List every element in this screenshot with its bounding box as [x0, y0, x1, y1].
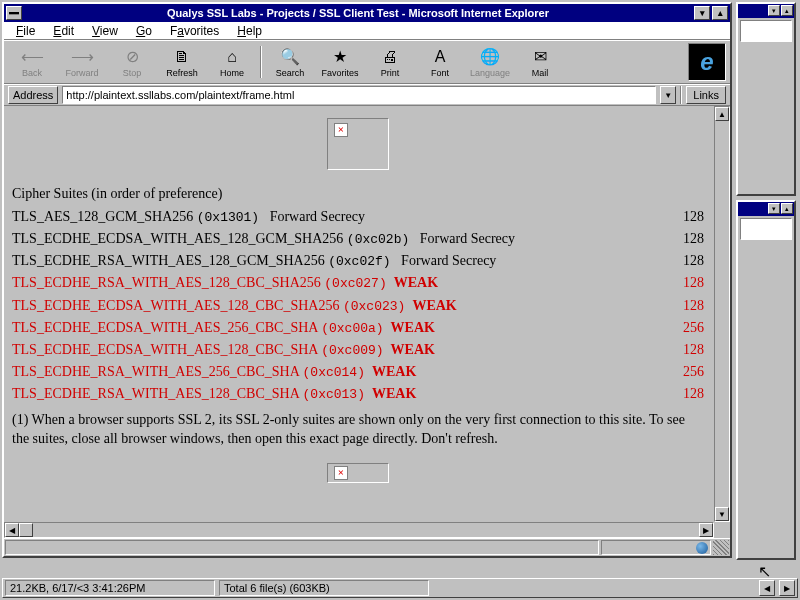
- cipher-row: TLS_ECDHE_ECDSA_WITH_AES_128_GCM_SHA256 …: [12, 228, 704, 250]
- links-button[interactable]: Links: [686, 86, 726, 104]
- mail-button[interactable]: ✉Mail: [516, 43, 564, 81]
- maximize-button[interactable]: ▴: [781, 203, 793, 214]
- address-dropdown[interactable]: ▼: [660, 86, 676, 104]
- menu-favorites[interactable]: Favorites: [162, 23, 227, 39]
- cipher-bits: 128: [683, 272, 704, 294]
- cipher-row: TLS_ECDHE_RSA_WITH_AES_128_GCM_SHA256 (0…: [12, 250, 704, 272]
- stop-icon: ⊘: [122, 47, 142, 67]
- menu-go[interactable]: Go: [128, 23, 160, 39]
- menu-file[interactable]: File: [8, 23, 43, 39]
- page-content: Cipher Suites (in order of preference) T…: [4, 106, 714, 522]
- cipher-bits: 128: [683, 206, 704, 228]
- cipher-row: TLS_AES_128_GCM_SHA256 (0x1301) Forward …: [12, 206, 704, 228]
- menu-help[interactable]: Help: [229, 23, 270, 39]
- scroll-down-icon[interactable]: ▼: [715, 507, 729, 521]
- address-input[interactable]: [62, 86, 656, 104]
- scroll-right-icon[interactable]: ▶: [699, 523, 713, 537]
- forward-button[interactable]: ⟶Forward: [58, 43, 106, 81]
- titlebar: Qualys SSL Labs - Projects / SSL Client …: [4, 4, 730, 22]
- cipher-bits: 128: [683, 339, 704, 361]
- taskbar-status-right: Total 6 file(s) (603KB): [219, 580, 429, 596]
- cipher-name: TLS_ECDHE_RSA_WITH_AES_128_GCM_SHA256 (0…: [12, 250, 496, 272]
- resize-grip[interactable]: [713, 540, 729, 555]
- menubar: File Edit View Go Favorites Help: [4, 22, 730, 40]
- print-icon: 🖨: [380, 47, 400, 67]
- footnote-text: (1) When a browser supports SSL 2, its S…: [12, 411, 704, 449]
- maximize-button[interactable]: ▴: [781, 5, 793, 16]
- globe-icon: 🌐: [480, 47, 500, 67]
- cipher-name: TLS_ECDHE_ECDSA_WITH_AES_256_CBC_SHA (0x…: [12, 317, 435, 339]
- status-globe-panel: [601, 540, 711, 555]
- cipher-name: TLS_AES_128_GCM_SHA256 (0x1301) Forward …: [12, 206, 365, 228]
- home-icon: ⌂: [222, 47, 242, 67]
- cipher-bits: 256: [683, 361, 704, 383]
- browser-window: Qualys SSL Labs - Projects / SSL Client …: [2, 2, 732, 558]
- cipher-name: TLS_ECDHE_RSA_WITH_AES_128_CBC_SHA (0xc0…: [12, 383, 416, 405]
- statusbar: [4, 538, 730, 556]
- horizontal-scrollbar[interactable]: ◀ ▶: [4, 522, 714, 538]
- ie-logo-icon: e: [688, 43, 726, 81]
- taskbar-left-icon[interactable]: ◀: [759, 580, 775, 596]
- cipher-row: TLS_ECDHE_RSA_WITH_AES_128_CBC_SHA (0xc0…: [12, 383, 704, 405]
- refresh-button[interactable]: 🗎Refresh: [158, 43, 206, 81]
- back-icon: ⟵: [22, 47, 42, 67]
- cipher-bits: 128: [683, 250, 704, 272]
- favorites-icon: ★: [330, 47, 350, 67]
- toolbar: ⟵Back ⟶Forward ⊘Stop 🗎Refresh ⌂Home 🔍Sea…: [4, 40, 730, 84]
- stop-button[interactable]: ⊘Stop: [108, 43, 156, 81]
- minimize-button[interactable]: ▾: [768, 203, 780, 214]
- addressbar: Address ▼ Links: [4, 84, 730, 106]
- cipher-name: TLS_ECDHE_ECDSA_WITH_AES_128_CBC_SHA (0x…: [12, 339, 435, 361]
- cipher-bits: 128: [683, 228, 704, 250]
- globe-icon: [696, 542, 708, 554]
- cipher-name: TLS_ECDHE_ECDSA_WITH_AES_128_CBC_SHA256 …: [12, 295, 457, 317]
- menu-view[interactable]: View: [84, 23, 126, 39]
- cipher-row: TLS_ECDHE_RSA_WITH_AES_128_CBC_SHA256 (0…: [12, 272, 704, 294]
- cipher-heading: Cipher Suites (in order of preference): [12, 186, 704, 202]
- address-label: Address: [8, 86, 58, 104]
- back-button[interactable]: ⟵Back: [8, 43, 56, 81]
- cipher-row: TLS_ECDHE_ECDSA_WITH_AES_128_CBC_SHA256 …: [12, 295, 704, 317]
- maximize-button[interactable]: ▴: [712, 6, 728, 20]
- cipher-row: TLS_ECDHE_ECDSA_WITH_AES_256_CBC_SHA (0x…: [12, 317, 704, 339]
- favorites-button[interactable]: ★Favorites: [316, 43, 364, 81]
- broken-image-icon: [327, 118, 389, 170]
- minimize-button[interactable]: ▾: [694, 6, 710, 20]
- language-button[interactable]: 🌐Language: [466, 43, 514, 81]
- cipher-bits: 128: [683, 295, 704, 317]
- vertical-scrollbar[interactable]: ▲ ▼: [714, 106, 730, 522]
- font-button[interactable]: AFont: [416, 43, 464, 81]
- toolbar-separator: [260, 46, 262, 78]
- cipher-bits: 256: [683, 317, 704, 339]
- cipher-name: TLS_ECDHE_RSA_WITH_AES_256_CBC_SHA (0xc0…: [12, 361, 416, 383]
- minimize-button[interactable]: ▾: [768, 5, 780, 16]
- cipher-row: TLS_ECDHE_RSA_WITH_AES_256_CBC_SHA (0xc0…: [12, 361, 704, 383]
- taskbar-status-left: 21.2KB, 6/17/<3 3:41:26PM: [5, 580, 215, 596]
- scroll-up-icon[interactable]: ▲: [715, 107, 729, 121]
- print-button[interactable]: 🖨Print: [366, 43, 414, 81]
- scrollbar-thumb[interactable]: [19, 523, 33, 537]
- search-icon: 🔍: [280, 47, 300, 67]
- refresh-icon: 🗎: [172, 47, 192, 67]
- background-window: ▾▴: [736, 200, 796, 560]
- search-button[interactable]: 🔍Search: [266, 43, 314, 81]
- cipher-bits: 128: [683, 383, 704, 405]
- cipher-row: TLS_ECDHE_ECDSA_WITH_AES_128_CBC_SHA (0x…: [12, 339, 704, 361]
- home-button[interactable]: ⌂Home: [208, 43, 256, 81]
- cipher-name: TLS_ECDHE_RSA_WITH_AES_128_CBC_SHA256 (0…: [12, 272, 438, 294]
- system-menu-icon[interactable]: [6, 6, 22, 20]
- taskbar-right-icon[interactable]: ▶: [779, 580, 795, 596]
- status-panel: [5, 540, 599, 555]
- window-title: Qualys SSL Labs - Projects / SSL Client …: [24, 7, 692, 19]
- taskbar: 21.2KB, 6/17/<3 3:41:26PM Total 6 file(s…: [2, 578, 798, 598]
- broken-image-icon: [327, 463, 389, 483]
- cipher-name: TLS_ECDHE_ECDSA_WITH_AES_128_GCM_SHA256 …: [12, 228, 515, 250]
- scroll-left-icon[interactable]: ◀: [5, 523, 19, 537]
- menu-edit[interactable]: Edit: [45, 23, 82, 39]
- font-icon: A: [430, 47, 450, 67]
- background-window: ▾▴: [736, 2, 796, 196]
- mail-icon: ✉: [530, 47, 550, 67]
- forward-icon: ⟶: [72, 47, 92, 67]
